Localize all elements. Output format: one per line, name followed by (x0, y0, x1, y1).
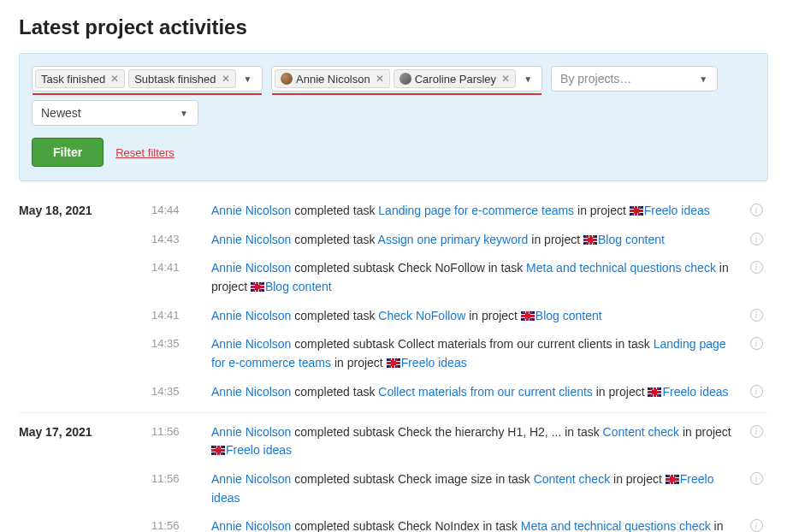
user-link[interactable]: Annie Nicolson (211, 261, 291, 275)
project-filter-select[interactable]: By projects… ▼ (551, 66, 718, 92)
chip-label: Subtask finished (134, 73, 216, 86)
flag-uk-icon (630, 206, 643, 216)
info-cell: i (744, 470, 768, 485)
entity-link[interactable]: Freelo ideas (226, 443, 292, 457)
select-placeholder: By projects… (560, 72, 631, 86)
chip-label: Annie Nicolson (296, 73, 370, 86)
activity-row: 14:35Annie Nicolson completed subtask Co… (19, 330, 768, 377)
user-link[interactable]: Annie Nicolson (211, 385, 291, 399)
activity-row: May 18, 202114:44Annie Nicolson complete… (19, 197, 768, 226)
entity-link[interactable]: Freelo ideas (401, 356, 467, 369)
entity-link[interactable]: Content check (534, 472, 611, 486)
user-link[interactable]: Annie Nicolson (211, 425, 291, 439)
entity-link[interactable]: Content check (603, 425, 680, 439)
reset-filters-link[interactable]: Reset filters (115, 146, 175, 159)
activity-text: Annie Nicolson completed subtask Check N… (211, 517, 744, 532)
user-link[interactable]: Annie Nicolson (211, 309, 291, 322)
activity-date: May 17, 2021 (19, 423, 151, 439)
chip-label: Caroline Parsley (415, 73, 496, 86)
activity-row: 14:41Annie Nicolson completed subtask Ch… (19, 254, 768, 301)
info-icon[interactable]: i (750, 309, 763, 322)
flag-uk-icon (387, 358, 400, 368)
close-icon[interactable]: ✕ (374, 74, 386, 84)
chip-label: Task finished (41, 73, 105, 86)
info-cell: i (744, 202, 768, 216)
type-filter-select[interactable]: Task finished ✕ Subtask finished ✕ ▼ (32, 66, 263, 92)
activity-text: Annie Nicolson completed task Check NoFo… (211, 307, 744, 326)
info-icon[interactable]: i (750, 204, 763, 216)
activity-time: 14:41 (151, 307, 211, 322)
user-filter-select[interactable]: Annie Nicolson ✕ Caroline Parsley ✕ ▼ (271, 66, 542, 92)
flag-uk-icon (666, 475, 679, 484)
activity-text-fragment: in project (610, 472, 666, 486)
filter-panel: Task finished ✕ Subtask finished ✕ ▼ Ann… (19, 53, 768, 181)
info-cell: i (744, 307, 768, 322)
activity-date (19, 335, 151, 337)
activity-row: 11:56Annie Nicolson completed subtask Ch… (19, 465, 768, 512)
sort-select[interactable]: Newest ▼ (32, 100, 198, 126)
entity-link[interactable]: Freelo ideas (644, 204, 710, 217)
user-link[interactable]: Annie Nicolson (211, 337, 291, 351)
close-icon[interactable]: ✕ (220, 74, 232, 84)
info-icon[interactable]: i (750, 519, 763, 532)
activity-text-fragment: completed subtask Check NoFollow in task (291, 261, 526, 275)
activity-date: May 18, 2021 (19, 202, 151, 217)
activity-row: 14:43Annie Nicolson completed task Assig… (19, 226, 768, 255)
entity-link[interactable]: Assign one primary keyword (378, 233, 529, 246)
activity-time: 11:56 (151, 517, 211, 532)
entity-link[interactable]: Blog content (265, 280, 332, 293)
activity-date (19, 383, 151, 385)
entity-link[interactable]: Meta and technical questions check (521, 519, 711, 532)
user-link[interactable]: Annie Nicolson (211, 233, 291, 246)
page-title: Latest project activities (19, 15, 768, 39)
entity-link[interactable]: Landing page for e-commerce teams (378, 204, 574, 217)
activity-row: 14:35Annie Nicolson completed task Colle… (19, 378, 768, 407)
info-icon[interactable]: i (750, 337, 763, 350)
activity-time: 14:41 (151, 259, 211, 274)
user-link[interactable]: Annie Nicolson (211, 519, 291, 532)
info-icon[interactable]: i (750, 385, 763, 398)
activity-text: Annie Nicolson completed task Assign one… (211, 231, 744, 250)
entity-link[interactable]: Freelo ideas (662, 385, 728, 399)
filter-chip-user: Annie Nicolson ✕ (275, 69, 390, 88)
user-link[interactable]: Annie Nicolson (211, 204, 291, 217)
activity-text-fragment: in project (331, 356, 387, 369)
activity-text: Annie Nicolson completed subtask Check N… (211, 259, 744, 296)
info-icon[interactable]: i (750, 472, 763, 485)
avatar (399, 73, 411, 85)
activity-date (19, 470, 151, 472)
entity-link[interactable]: Blog content (598, 233, 665, 246)
info-cell: i (744, 517, 768, 532)
activity-text: Annie Nicolson completed subtask Collect… (211, 335, 744, 372)
entity-link[interactable]: Blog content (536, 309, 602, 322)
activity-date (19, 517, 151, 519)
filter-button[interactable]: Filter (32, 138, 104, 167)
entity-link[interactable]: Meta and technical questions check (526, 261, 716, 275)
activity-list: May 18, 202114:44Annie Nicolson complete… (19, 197, 768, 532)
activity-text-fragment: completed subtask Check NoIndex in task (291, 519, 520, 532)
info-cell: i (744, 335, 768, 350)
activity-date (19, 307, 151, 309)
activity-text-fragment: completed task (291, 233, 377, 246)
info-icon[interactable]: i (750, 233, 763, 245)
info-icon[interactable]: i (750, 261, 763, 274)
info-cell: i (744, 423, 768, 438)
activity-time: 11:56 (151, 470, 211, 485)
info-cell: i (744, 383, 768, 398)
flag-uk-icon (211, 446, 225, 455)
entity-link[interactable]: Check NoFollow (378, 309, 465, 322)
select-value: Newest (41, 106, 81, 120)
activity-text: Annie Nicolson completed task Landing pa… (211, 202, 744, 221)
activity-text-fragment: completed subtask Check image size in ta… (291, 472, 533, 486)
activity-day-block: May 17, 202111:56Annie Nicolson complete… (19, 418, 768, 533)
activity-text-fragment: completed task (291, 309, 378, 322)
close-icon[interactable]: ✕ (500, 74, 512, 84)
activity-text-fragment: completed subtask Collect materials from… (291, 337, 653, 351)
activity-text-fragment: in project (679, 425, 731, 439)
entity-link[interactable]: Collect materials from our current clien… (378, 385, 593, 399)
activity-date (19, 259, 151, 261)
activity-text-fragment: in project (574, 204, 630, 217)
user-link[interactable]: Annie Nicolson (211, 472, 291, 486)
close-icon[interactable]: ✕ (109, 74, 121, 84)
info-icon[interactable]: i (750, 425, 763, 438)
